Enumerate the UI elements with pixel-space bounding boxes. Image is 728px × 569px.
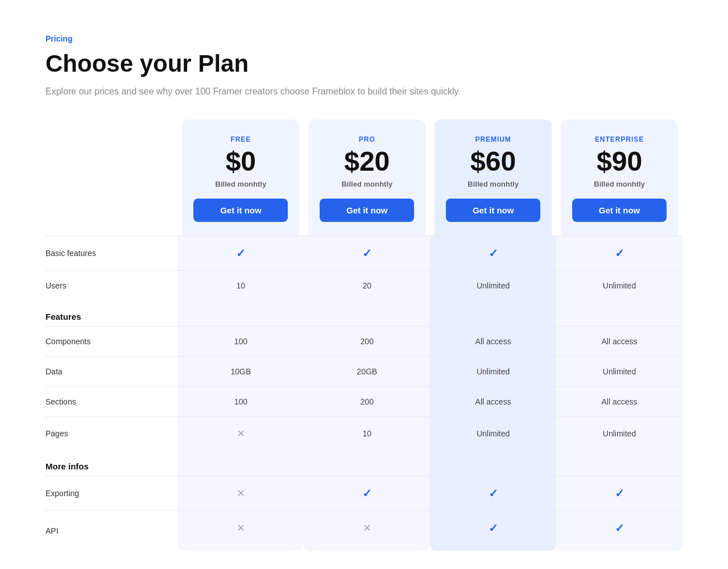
plan-price-pro: $20 (320, 148, 414, 175)
cta-button-pro[interactable]: Get it now (320, 199, 414, 222)
value-text: 10 (237, 281, 246, 290)
x-icon: ✕ (237, 488, 245, 499)
plan-card-enterprise: ENTERPRISE $90 Billed monhtly Get it now (561, 119, 678, 236)
pricing-label: Pricing (46, 34, 682, 43)
checkmark-icon: ✓ (489, 522, 498, 534)
checkmark-icon: ✓ (362, 247, 372, 259)
feature-cell-free: ✕ (177, 511, 304, 551)
feature-label: Exporting (46, 476, 177, 511)
feature-col-header (46, 119, 177, 236)
feature-cell-free: ✓ (177, 236, 304, 271)
feature-label: Sections (46, 387, 177, 417)
value-text: Unlimited (603, 429, 636, 438)
section-row: Features (46, 300, 682, 327)
feature-cell-premium: ✓ (430, 511, 556, 551)
checkmark-icon: ✓ (615, 247, 624, 259)
plan-header-premium: PREMIUM $60 Billed monhtly Get it now (430, 119, 556, 236)
feature-row: API✕✕✓✓ (46, 511, 682, 551)
feature-cell-pro: 20 (304, 271, 430, 301)
value-text: 10 (362, 429, 371, 438)
feature-cell-pro: 200 (304, 387, 430, 417)
value-text: All access (475, 397, 511, 406)
page-title: Choose your Plan (46, 50, 682, 77)
section-cell-free (177, 450, 304, 476)
section-cell-pro (304, 450, 430, 476)
checkmark-icon: ✓ (489, 247, 498, 259)
feature-cell-free: ✕ (177, 476, 304, 511)
plan-billing-premium: Billed monhtly (446, 180, 540, 188)
section-cell-enterprise (556, 450, 682, 476)
plan-card-premium: PREMIUM $60 Billed monhtly Get it now (435, 119, 552, 236)
feature-cell-enterprise: ✓ (556, 511, 682, 551)
feature-label: Users (46, 271, 177, 301)
x-icon: ✕ (237, 428, 245, 439)
feature-cell-enterprise: Unlimited (556, 271, 682, 301)
section-cell-free (177, 300, 304, 327)
feature-cell-enterprise: Unlimited (556, 357, 682, 387)
feature-cell-free: 10GB (177, 357, 304, 387)
feature-cell-premium: Unlimited (430, 357, 556, 387)
cta-button-enterprise[interactable]: Get it now (572, 199, 667, 222)
feature-cell-enterprise: All access (556, 387, 682, 417)
feature-row: Data10GB20GBUnlimitedUnlimited (46, 357, 682, 387)
value-text: 200 (361, 397, 374, 406)
plan-name-free: FREE (193, 135, 288, 143)
feature-label: API (46, 511, 177, 551)
feature-cell-premium: ✓ (430, 476, 556, 511)
plan-billing-free: Billed monhtly (193, 180, 288, 188)
checkmark-icon: ✓ (362, 487, 372, 500)
feature-label: Pages (46, 417, 177, 451)
plan-price-premium: $60 (446, 148, 540, 175)
value-text: Unlimited (477, 367, 510, 376)
section-cell-enterprise (556, 300, 682, 327)
checkmark-icon: ✓ (489, 487, 498, 500)
feature-cell-enterprise: Unlimited (556, 417, 682, 451)
value-text: Unlimited (477, 281, 510, 290)
plan-billing-enterprise: Billed monhtly (572, 180, 667, 188)
plan-price-free: $0 (193, 148, 288, 175)
plan-header-row: FREE $0 Billed monhtly Get it now PRO $2… (46, 119, 682, 236)
feature-row: Exporting✕✓✓✓ (46, 476, 682, 511)
feature-cell-pro: 10 (304, 417, 430, 451)
feature-cell-free: 100 (177, 327, 304, 357)
feature-cell-premium: All access (430, 387, 556, 417)
section-row: More infos (46, 450, 682, 476)
value-text: 100 (234, 337, 247, 346)
value-text: 20 (362, 281, 371, 290)
value-text: All access (602, 397, 638, 406)
checkmark-icon: ✓ (236, 247, 246, 259)
feature-label: Components (46, 327, 177, 357)
value-text: Unlimited (603, 367, 636, 376)
section-cell-premium (430, 450, 556, 476)
section-cell-pro (304, 300, 430, 327)
value-text: 100 (234, 397, 247, 406)
feature-cell-free: 10 (177, 271, 304, 301)
feature-cell-free: 100 (177, 387, 304, 417)
feature-row: Pages✕10UnlimitedUnlimited (46, 417, 682, 451)
value-text: 200 (361, 337, 374, 346)
feature-cell-pro: 20GB (304, 357, 430, 387)
feature-cell-enterprise: ✓ (556, 236, 682, 271)
feature-row: Components100200All accessAll access (46, 327, 682, 357)
plan-billing-pro: Billed monhtly (320, 180, 414, 188)
cta-button-free[interactable]: Get it now (193, 199, 288, 222)
plan-card-pro: PRO $20 Billed monhtly Get it now (308, 119, 425, 236)
feature-cell-pro: ✓ (304, 236, 430, 271)
feature-cell-enterprise: All access (556, 327, 682, 357)
feature-row: Sections100200All accessAll access (46, 387, 682, 417)
value-text: 10GB (230, 367, 251, 376)
feature-cell-pro: ✓ (304, 476, 430, 511)
feature-cell-pro: 200 (304, 327, 430, 357)
feature-cell-premium: Unlimited (430, 271, 556, 301)
value-text: All access (475, 337, 511, 346)
feature-cell-free: ✕ (177, 417, 304, 451)
cta-button-premium[interactable]: Get it now (446, 199, 540, 222)
feature-cell-pro: ✕ (304, 511, 430, 551)
plan-price-enterprise: $90 (572, 148, 667, 175)
value-text: Unlimited (477, 429, 510, 438)
value-text: Unlimited (603, 281, 636, 290)
checkmark-icon: ✓ (615, 487, 624, 500)
section-cell-premium (430, 300, 556, 327)
feature-label: Data (46, 357, 177, 387)
value-text: All access (602, 337, 638, 346)
